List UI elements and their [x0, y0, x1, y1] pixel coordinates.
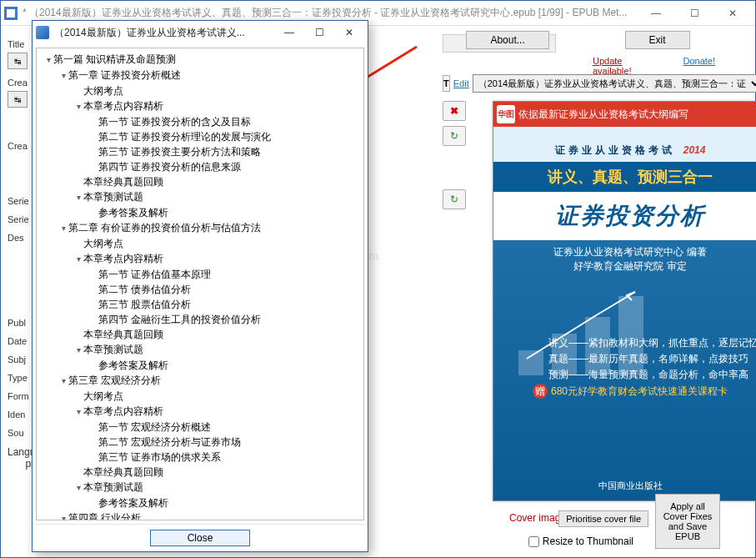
- exit-button[interactable]: Exit: [625, 31, 690, 49]
- toc-item-label[interactable]: 本章经典真题回顾: [83, 176, 163, 188]
- delete-icon[interactable]: ✖: [443, 101, 466, 121]
- toc-item[interactable]: ▾第一章 证券投资分析概述: [58, 68, 363, 83]
- toc-maximize-button[interactable]: ☐: [304, 23, 334, 43]
- window-title: * （2014最新版）证券业从业资格考试讲义、真题、预测三合一：证券投资分析 -…: [23, 6, 637, 20]
- toc-item[interactable]: 第二节 证券投资分析理论的发展与演化: [88, 129, 363, 144]
- toc-item-label[interactable]: 本章预测试题: [83, 344, 143, 355]
- toc-item[interactable]: 第一节 证券估值基本原理: [88, 267, 363, 282]
- collapse-icon[interactable]: ▾: [73, 405, 83, 420]
- toc-item[interactable]: 第二节 债券估值分析: [88, 282, 363, 297]
- toc-item-label[interactable]: 参考答案及解析: [98, 497, 168, 509]
- toc-item-label[interactable]: 大纲考点: [83, 390, 123, 402]
- toc-item[interactable]: 参考答案及解析: [88, 495, 363, 510]
- toc-item[interactable]: 参考答案及解析: [88, 358, 363, 373]
- toc-item[interactable]: ▾第二章 有价证券的投资价值分析与估值方法: [58, 220, 363, 236]
- toc-item[interactable]: 本章经典真题回顾: [73, 174, 363, 189]
- toc-item-label[interactable]: 第四节 金融衍生工具的投资价值分析: [98, 314, 261, 325]
- toc-close-button[interactable]: ✕: [334, 23, 364, 43]
- toc-item[interactable]: 第三节 证券投资主要分析方法和策略: [88, 144, 363, 159]
- toc-item[interactable]: 第四节 证券投资分析的信息来源: [88, 159, 363, 174]
- toc-item-label[interactable]: 参考答案及解析: [98, 359, 168, 371]
- toc-item[interactable]: 第一节 证券投资分析的含义及目标: [88, 114, 363, 129]
- toc-item-label[interactable]: 第三节 股票估值分析: [98, 299, 191, 310]
- collapse-icon[interactable]: ▾: [58, 221, 68, 236]
- collapse-icon[interactable]: ▾: [73, 99, 83, 114]
- toc-item-label[interactable]: 第一章 证券投资分析概述: [68, 69, 181, 81]
- collapse-icon[interactable]: ▾: [73, 480, 83, 495]
- cover-image: 华图依据最新证券业从业资格考试大纲编写 证券业从业资格考试 2014 讲义、真题…: [493, 101, 756, 501]
- toc-item-label[interactable]: 第一节 宏观经济分析概述: [98, 421, 211, 433]
- about-button[interactable]: About...: [466, 31, 548, 49]
- toc-item[interactable]: ▾本章考点内容精析: [73, 251, 363, 267]
- toc-item[interactable]: ▾第三章 宏观经济分析: [58, 373, 363, 389]
- toc-item[interactable]: ▾本章预测试题: [73, 189, 363, 205]
- edit-link[interactable]: Edit: [453, 78, 469, 88]
- toc-item-label[interactable]: 本章经典真题回顾: [83, 329, 163, 340]
- toc-item[interactable]: 参考答案及解析: [88, 205, 363, 220]
- toc-item-label[interactable]: 本章经典真题回顾: [83, 466, 163, 478]
- close-button[interactable]: ✕: [713, 2, 752, 25]
- toc-item-label[interactable]: 第三节 证券投资主要分析方法和策略: [98, 146, 261, 158]
- resize-thumbnail-checkbox[interactable]: Resize to Thumbnail: [528, 535, 633, 547]
- toc-item-label[interactable]: 第二章 有价证券的投资价值分析与估值方法: [68, 222, 261, 234]
- toc-item-label[interactable]: 第二节 证券投资分析理论的发展与演化: [98, 131, 271, 143]
- toc-item[interactable]: ▾本章预测试题: [73, 342, 363, 358]
- toc-item[interactable]: 大纲考点: [73, 389, 363, 404]
- toc-item-label[interactable]: 本章预测试题: [83, 191, 143, 203]
- title-case-button[interactable]: T: [443, 75, 450, 92]
- toc-item-label[interactable]: 大纲考点: [83, 238, 123, 249]
- toc-item-label[interactable]: 第一节 证券估值基本原理: [98, 269, 211, 280]
- toc-minimize-button[interactable]: —: [274, 23, 304, 43]
- toc-item-label[interactable]: 第一篇 知识精讲及命题预测: [53, 53, 176, 65]
- toc-item[interactable]: 第四节 金融衍生工具的投资价值分析: [88, 312, 363, 327]
- cover-main-title: 证券投资分析: [555, 203, 705, 229]
- apply-save-button[interactable]: Apply all Cover Fixes and Save EPUB: [655, 494, 720, 549]
- toc-item[interactable]: 大纲考点: [73, 83, 363, 98]
- minimize-button[interactable]: —: [637, 2, 675, 25]
- swap-button[interactable]: ↹: [8, 53, 28, 69]
- donate-link[interactable]: Donate!: [683, 56, 715, 76]
- toc-item-label[interactable]: 本章预测试题: [83, 481, 143, 493]
- toc-item[interactable]: ▾第四章 行业分析: [58, 510, 363, 520]
- add-cover-icon[interactable]: ↻: [443, 189, 466, 209]
- collapse-icon[interactable]: ▾: [58, 68, 68, 83]
- toc-item[interactable]: 第一节 宏观经济分析概述: [88, 420, 363, 435]
- toc-item-label[interactable]: 大纲考点: [83, 85, 123, 97]
- toc-item[interactable]: 大纲考点: [73, 236, 363, 251]
- collapse-icon[interactable]: ▾: [73, 252, 83, 267]
- maximize-button[interactable]: ☐: [675, 2, 713, 25]
- swap-button[interactable]: ↹: [8, 91, 28, 108]
- toc-item[interactable]: ▾本章预测试题: [73, 480, 363, 495]
- publisher-logo: 华图: [497, 105, 515, 123]
- collapse-icon[interactable]: ▾: [73, 343, 83, 358]
- toc-item-label[interactable]: 本章考点内容精析: [83, 405, 163, 417]
- toc-item[interactable]: ▾第一篇 知识精讲及命题预测: [43, 52, 363, 68]
- toc-item-label[interactable]: 本章考点内容精析: [83, 100, 163, 112]
- update-link[interactable]: Update available!: [593, 56, 633, 76]
- title-select[interactable]: （2014最新版）证券业从业资格考试讲义、真题、预测三合一：证: [473, 74, 756, 93]
- refresh-icon[interactable]: ↻: [443, 126, 466, 146]
- prioritise-cover-button[interactable]: Prioritise cover file: [558, 510, 648, 527]
- toc-item[interactable]: 本章经典真题回顾: [73, 465, 363, 480]
- toc-item-label[interactable]: 第二节 债券估值分析: [98, 284, 191, 295]
- collapse-icon[interactable]: ▾: [73, 190, 83, 205]
- collapse-icon[interactable]: ▾: [43, 53, 53, 68]
- toc-item-label[interactable]: 第一节 证券投资分析的含义及目标: [98, 116, 251, 128]
- toc-item-label[interactable]: 参考答案及解析: [98, 207, 168, 219]
- collapse-icon[interactable]: ▾: [58, 511, 68, 520]
- toc-item[interactable]: 第二节 宏观经济分析与证券市场: [88, 435, 363, 450]
- toc-item[interactable]: 本章经典真题回顾: [73, 327, 363, 342]
- toc-item-label[interactable]: 第二节 宏观经济分析与证券市场: [98, 436, 241, 448]
- toc-item-label[interactable]: 第三章 宏观经济分析: [68, 375, 161, 386]
- toc-item[interactable]: 第三节 股票估值分析: [88, 297, 363, 312]
- toc-item-label[interactable]: 第四节 证券投资分析的信息来源: [98, 161, 241, 173]
- toc-item-label[interactable]: 第四章 行业分析: [68, 512, 141, 520]
- toc-item[interactable]: 第三节 证券市场的供求关系: [88, 450, 363, 465]
- toc-item-label[interactable]: 本章考点内容精析: [83, 253, 163, 264]
- toc-item[interactable]: ▾本章考点内容精析: [73, 98, 363, 114]
- toc-tree[interactable]: ▾第一篇 知识精讲及命题预测▾第一章 证券投资分析概述大纲考点▾本章考点内容精析…: [36, 48, 364, 520]
- toc-item-label[interactable]: 第三节 证券市场的供求关系: [98, 451, 221, 463]
- collapse-icon[interactable]: ▾: [58, 374, 68, 389]
- close-button[interactable]: Close: [150, 530, 250, 546]
- toc-item[interactable]: ▾本章考点内容精析: [73, 404, 363, 420]
